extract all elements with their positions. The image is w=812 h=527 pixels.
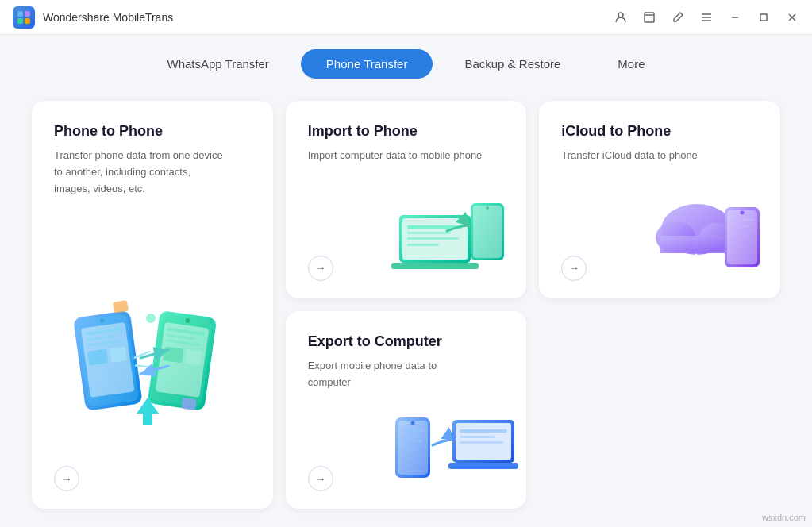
icloud-to-phone-desc: Transfer iCloud data to phone bbox=[561, 148, 736, 164]
icloud-to-phone-title: iCloud to Phone bbox=[561, 123, 758, 140]
svg-rect-15 bbox=[110, 346, 127, 363]
svg-rect-33 bbox=[407, 237, 459, 240]
app-icon bbox=[13, 6, 35, 29]
nav-bar: WhatsApp Transfer Phone Transfer Backup … bbox=[0, 35, 812, 91]
watermark: wsxdn.com bbox=[762, 513, 806, 522]
svg-point-4 bbox=[618, 13, 623, 17]
phone-to-phone-title: Phone to Phone bbox=[54, 123, 251, 140]
svg-rect-26 bbox=[181, 398, 197, 410]
app-title: Wondershare MobileTrans bbox=[43, 11, 173, 24]
svg-rect-36 bbox=[473, 206, 502, 258]
tab-more[interactable]: More bbox=[592, 49, 670, 79]
svg-rect-30 bbox=[391, 263, 479, 269]
tab-phone-transfer[interactable]: Phone Transfer bbox=[301, 49, 433, 79]
svg-rect-23 bbox=[163, 346, 183, 363]
svg-rect-24 bbox=[185, 349, 202, 366]
svg-rect-45 bbox=[730, 218, 754, 221]
svg-point-49 bbox=[411, 421, 415, 425]
card-export-to-computer[interactable]: Export to Computer Export mobile phone d… bbox=[286, 311, 527, 509]
svg-rect-14 bbox=[87, 349, 108, 366]
import-to-phone-desc: Import computer data to mobile phone bbox=[308, 148, 483, 164]
icloud-illustration bbox=[645, 195, 772, 290]
card-phone-to-phone[interactable]: Phone to Phone Transfer phone data from … bbox=[32, 101, 273, 509]
svg-rect-50 bbox=[401, 429, 425, 432]
edit-icon[interactable] bbox=[671, 10, 685, 25]
svg-point-37 bbox=[486, 206, 489, 210]
import-illustration bbox=[391, 195, 518, 290]
svg-rect-25 bbox=[113, 300, 129, 314]
svg-rect-32 bbox=[407, 232, 451, 234]
svg-rect-5 bbox=[645, 13, 654, 22]
import-to-phone-title: Import to Phone bbox=[308, 123, 505, 140]
svg-rect-1 bbox=[25, 11, 30, 17]
maximize-button[interactable] bbox=[756, 10, 771, 25]
phone-to-phone-illustration bbox=[54, 197, 251, 493]
svg-rect-57 bbox=[460, 436, 495, 438]
svg-rect-51 bbox=[401, 435, 420, 437]
icloud-to-phone-arrow[interactable]: → bbox=[561, 256, 587, 281]
menu-icon[interactable] bbox=[699, 10, 714, 25]
svg-rect-2 bbox=[17, 18, 23, 24]
window-icon[interactable] bbox=[642, 10, 656, 25]
export-to-computer-arrow[interactable]: → bbox=[308, 466, 333, 491]
export-illustration bbox=[391, 406, 518, 501]
card-import-to-phone[interactable]: Import to Phone Import computer data to … bbox=[286, 101, 527, 298]
profile-icon[interactable] bbox=[614, 10, 628, 25]
tab-whatsapp-transfer[interactable]: WhatsApp Transfer bbox=[141, 49, 294, 79]
titlebar-controls bbox=[614, 10, 799, 25]
svg-rect-52 bbox=[401, 440, 423, 442]
phone-to-phone-arrow[interactable]: → bbox=[54, 466, 79, 491]
phone-to-phone-desc: Transfer phone data from one device to a… bbox=[54, 148, 229, 197]
import-to-phone-arrow[interactable]: → bbox=[308, 256, 333, 281]
svg-rect-6 bbox=[760, 14, 767, 21]
svg-rect-56 bbox=[460, 429, 507, 433]
export-to-computer-title: Export to Computer bbox=[308, 333, 505, 350]
svg-rect-0 bbox=[17, 11, 23, 17]
titlebar: Wondershare MobileTrans bbox=[0, 0, 812, 35]
svg-point-44 bbox=[740, 210, 744, 214]
svg-rect-3 bbox=[25, 18, 30, 24]
svg-point-27 bbox=[146, 314, 156, 323]
titlebar-left: Wondershare MobileTrans bbox=[13, 6, 173, 29]
svg-rect-58 bbox=[460, 441, 503, 444]
svg-rect-34 bbox=[407, 244, 439, 246]
minimize-button[interactable] bbox=[728, 10, 742, 25]
main-content: Phone to Phone Transfer phone data from … bbox=[0, 91, 812, 527]
svg-rect-55 bbox=[448, 463, 518, 469]
svg-rect-46 bbox=[730, 225, 749, 227]
card-icloud-to-phone[interactable]: iCloud to Phone Transfer iCloud data to … bbox=[539, 101, 780, 298]
svg-rect-41 bbox=[660, 236, 731, 253]
tab-backup-restore[interactable]: Backup & Restore bbox=[439, 49, 586, 79]
close-button[interactable] bbox=[785, 10, 799, 25]
export-to-computer-desc: Export mobile phone data to computer bbox=[308, 358, 483, 391]
